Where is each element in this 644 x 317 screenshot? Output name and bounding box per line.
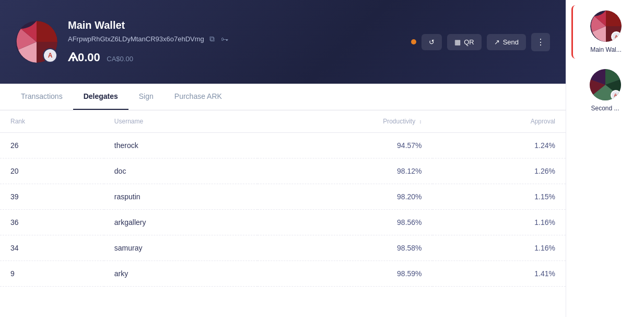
copy-address-button[interactable]: ⧉ — [208, 33, 216, 44]
cell-productivity: 98.56% — [257, 210, 432, 235]
wallet-balance-fiat: CA$0.00 — [107, 55, 133, 63]
qr-button[interactable]: ▦ QR — [447, 34, 482, 50]
qr-icon: ▦ — [454, 38, 461, 46]
table-row[interactable]: 39rasputin98.20%1.15% — [0, 184, 566, 210]
wallet-balance-row: Ѧ0.00 CA$0.00 — [68, 51, 401, 64]
sidebar-badge-second: A — [611, 90, 621, 100]
cell-productivity: 98.20% — [257, 184, 432, 210]
tabs-bar: Transactions Delegates Sign Purchase ARK — [0, 84, 566, 110]
cell-username: arky — [104, 261, 257, 287]
cell-approval: 1.15% — [432, 184, 566, 210]
cell-approval: 1.16% — [432, 235, 566, 261]
cell-productivity: 98.12% — [257, 158, 432, 184]
sort-icon: ↕ — [419, 119, 422, 124]
cell-productivity: 98.58% — [257, 235, 432, 261]
sidebar-item-second-wallet[interactable]: A Second ... — [571, 64, 639, 117]
cell-username: samuray — [104, 235, 257, 261]
table-row[interactable]: 9arky98.59%1.41% — [0, 261, 566, 287]
table-body: 26therock94.57%1.24%20doc98.12%1.26%39ra… — [0, 133, 566, 287]
sidebar-avatar-main: A — [590, 10, 622, 42]
cell-username: rasputin — [104, 184, 257, 210]
send-icon: ↗ — [494, 38, 500, 46]
wallet-name: Main Wallet — [68, 19, 401, 31]
tab-delegates[interactable]: Delegates — [73, 84, 128, 110]
col-username: Username — [104, 110, 257, 133]
send-label: Send — [503, 38, 519, 46]
send-button[interactable]: ↗ Send — [487, 34, 526, 50]
sidebar-label-second: Second ... — [591, 105, 619, 112]
col-approval: Approval — [432, 110, 566, 133]
table-row[interactable]: 36arkgallery98.56%1.16% — [0, 210, 566, 235]
sidebar-avatar-second: A — [590, 69, 621, 100]
table-area: Rank Username Productivity ↕ Approval 26… — [0, 110, 566, 317]
sidebar: A Main Wal... A Second ... — [566, 0, 644, 317]
cell-rank: 26 — [0, 133, 104, 158]
tab-sign[interactable]: Sign — [128, 84, 164, 110]
wallet-balance: Ѧ0.00 — [68, 51, 100, 64]
cell-rank: 34 — [0, 235, 104, 261]
cell-productivity: 94.57% — [257, 133, 432, 158]
status-dot — [411, 39, 416, 44]
table-row[interactable]: 20doc98.12%1.26% — [0, 158, 566, 184]
main-area: A Main Wallet AFrpwpRhGtxZ6LDyMtanCR93x6… — [0, 0, 566, 317]
show-key-button[interactable]: 🗝 — [220, 34, 229, 44]
cell-rank: 9 — [0, 261, 104, 287]
avatar-badge: A — [43, 48, 57, 63]
delegates-table: Rank Username Productivity ↕ Approval 26… — [0, 110, 566, 287]
cell-approval: 1.16% — [432, 210, 566, 235]
cell-username: therock — [104, 133, 257, 158]
sidebar-label-main: Main Wal... — [590, 46, 622, 53]
sidebar-item-main-wallet[interactable]: A Main Wal... — [571, 5, 639, 59]
tab-transactions[interactable]: Transactions — [10, 84, 73, 110]
refresh-button[interactable]: ↺ — [421, 34, 442, 50]
cell-rank: 20 — [0, 158, 104, 184]
wallet-address-text: AFrpwpRhGtxZ6LDyMtanCR93x6o7ehDVmg — [68, 35, 204, 43]
more-icon: ⋮ — [536, 38, 545, 47]
cell-approval: 1.41% — [432, 261, 566, 287]
cell-username: arkgallery — [104, 210, 257, 235]
table-row[interactable]: 34samuray98.58%1.16% — [0, 235, 566, 261]
cell-productivity: 98.59% — [257, 261, 432, 287]
cell-rank: 39 — [0, 184, 104, 210]
table-row[interactable]: 26therock94.57%1.24% — [0, 133, 566, 158]
cell-approval: 1.26% — [432, 158, 566, 184]
cell-rank: 36 — [0, 210, 104, 235]
col-productivity[interactable]: Productivity ↕ — [257, 110, 432, 133]
refresh-icon: ↺ — [429, 38, 435, 46]
cell-approval: 1.24% — [432, 133, 566, 158]
qr-label: QR — [464, 38, 474, 46]
table-header-row: Rank Username Productivity ↕ Approval — [0, 110, 566, 133]
wallet-avatar: A — [16, 21, 57, 63]
sidebar-badge-main: A — [611, 31, 622, 42]
wallet-header: A Main Wallet AFrpwpRhGtxZ6LDyMtanCR93x6… — [0, 0, 566, 84]
more-options-button[interactable]: ⋮ — [531, 33, 550, 51]
tab-purchase-ark[interactable]: Purchase ARK — [164, 84, 232, 110]
wallet-info: Main Wallet AFrpwpRhGtxZ6LDyMtanCR93x6o7… — [68, 19, 401, 64]
cell-username: doc — [104, 158, 257, 184]
col-rank: Rank — [0, 110, 104, 133]
wallet-address-row: AFrpwpRhGtxZ6LDyMtanCR93x6o7ehDVmg ⧉ 🗝 — [68, 33, 401, 44]
wallet-actions: ↺ ▦ QR ↗ Send ⋮ — [411, 33, 550, 51]
